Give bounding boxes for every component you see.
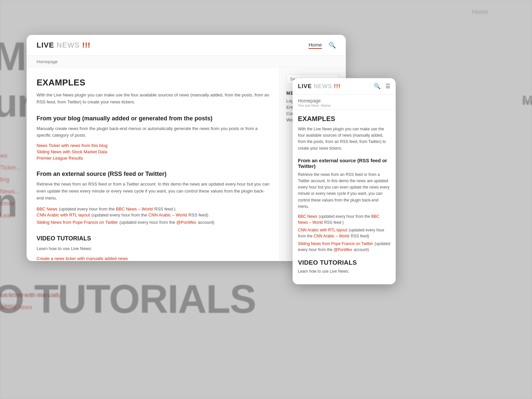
mobile-logo-exclaim: !!!	[332, 83, 341, 89]
main-header: LIVE NEWS !!! Home 🔍	[27, 35, 346, 56]
mobile-header: LIVE NEWS !!! 🔍 ☰	[293, 78, 396, 95]
mobile-window: LIVE NEWS !!! 🔍 ☰ Homepage You are here:…	[293, 78, 396, 284]
page-title: EXAMPLES	[37, 77, 269, 88]
bg-top-right: Home	[466, 0, 532, 13]
bbc-text: (updated every hour from the	[59, 206, 116, 211]
link-bbc[interactable]: BBC News	[37, 206, 58, 211]
link-pope-twitter[interactable]: Sliding News from Pope Francis on Twitte…	[37, 220, 118, 225]
mobile-cnn-item: CNN Arabic with RTL layout (updated ever…	[298, 227, 390, 239]
cnn-text: (updated every hour from the	[91, 212, 148, 217]
external-item-1: BBC News (updated every hour from the BB…	[37, 206, 269, 212]
link-sliding-stock[interactable]: Sliding News with Stock Market Data	[37, 149, 269, 154]
mobile-video-title: VIDEO TUTORIALS	[298, 259, 390, 266]
section-blog-desc: Manually create news from the plugin bac…	[37, 125, 269, 139]
mobile-link-pope[interactable]: Sliding News from Pope Francis on Twitte…	[298, 241, 373, 246]
bg-meta-search: Search	[522, 96, 532, 107]
main-content: EXAMPLES With the Live News plugin you c…	[27, 67, 279, 260]
mobile-cnn-after: RSS feed)	[351, 234, 369, 238]
bg-links-block: ws Ticker... ling News... emier Lea...	[0, 150, 25, 221]
bg-footer-text: Learn how to use Live News: ws ticker wi…	[0, 289, 66, 313]
mobile-breadcrumb-title: Homepage	[298, 98, 390, 103]
site-logo: LIVE NEWS !!!	[37, 41, 90, 50]
mobile-nav: 🔍 ☰	[374, 83, 390, 90]
logo-exclaim: !!!	[80, 41, 90, 49]
mobile-content: EXAMPLES With the Live News plugin you c…	[293, 110, 396, 283]
link-pontifex[interactable]: @Pontifex	[176, 220, 196, 225]
external-item-3: Sliding News from Pope Francis on Twitte…	[37, 219, 269, 225]
link-cnn-world[interactable]: CNN Arabic – World	[148, 212, 187, 217]
section-external-title: From an external source (RSS feed or Twi…	[37, 171, 269, 178]
mobile-breadcrumb-sub: You are here: Home	[298, 103, 390, 107]
main-nav: Home 🔍	[309, 42, 336, 49]
logo-live: LIVE	[37, 41, 54, 49]
bg-corner-text: Home	[472, 7, 488, 17]
section-blog: From your blog (manually added or genera…	[37, 115, 269, 161]
mobile-logo-live: LIVE	[298, 83, 312, 89]
mobile-menu-icon[interactable]: ☰	[385, 83, 390, 90]
mobile-search-icon[interactable]: 🔍	[374, 83, 381, 90]
mobile-link-bbc[interactable]: BBC News	[298, 214, 317, 219]
mobile-bbc-after: RSS feed )	[324, 220, 344, 225]
pope-text: (updated every hour from the	[119, 220, 176, 225]
mobile-bbc-item: BBC News (updated every hour from the BB…	[298, 213, 390, 225]
mobile-pope-after: account)	[353, 247, 369, 252]
search-icon[interactable]: 🔍	[329, 42, 336, 49]
mobile-bbc-text: (updated every hour from the	[319, 214, 371, 219]
mobile-section-external: From an external source (RSS feed or Twi…	[298, 158, 390, 252]
bg-red-link-1: ws Ticker...	[0, 150, 25, 174]
section-video: VIDEO TUTORIALS Learn how to use Live Ne…	[37, 235, 269, 260]
video-desc: Learn how to use Live News:	[37, 245, 269, 252]
mobile-logo-news: NEWS	[312, 83, 332, 89]
bg-red-link-3: emier Lea...	[0, 198, 25, 221]
bg-footer-desc: Learn how to use Live News:	[0, 289, 66, 311]
nav-home-link[interactable]: Home	[309, 42, 322, 49]
link-news-ticker-blog[interactable]: News Ticker with news from this blog	[37, 143, 269, 148]
pope-after: account)	[198, 220, 214, 225]
bbc-after: RSS feed )	[154, 206, 176, 211]
mobile-pope-item: Sliding News from Pope Francis on Twitte…	[298, 240, 390, 252]
mobile-section-external-desc: Retrieve the news from an RSS feed or fr…	[298, 172, 390, 210]
intro-text: With the Live News plugin you can make u…	[37, 92, 269, 106]
bg-red-link-2: ling News...	[0, 174, 25, 198]
mobile-link-pontifex[interactable]: @Pontifex	[333, 247, 352, 252]
mobile-page-title: EXAMPLES	[298, 115, 390, 123]
mobile-video-section: VIDEO TUTORIALS Learn how to use Live Ne…	[298, 259, 390, 274]
breadcrumb-bar: Homepage	[27, 56, 346, 67]
mobile-breadcrumb-bar: Homepage You are here: Home	[293, 95, 396, 110]
link-premier-league[interactable]: Premier League Results	[37, 156, 269, 161]
logo-news: NEWS	[54, 41, 80, 49]
link-cnn-arabic[interactable]: CNN Arabic with RTL layout	[37, 212, 90, 217]
link-bbc-world[interactable]: BBC News – World	[116, 206, 153, 211]
cnn-after: RSS feed)	[189, 212, 208, 217]
external-item-2: CNN Arabic with RTL layout (updated ever…	[37, 212, 269, 218]
mobile-link-cnn[interactable]: CNN Arabic with RTL layout	[298, 228, 347, 232]
section-external: From an external source (RSS feed or Twi…	[37, 171, 269, 225]
section-external-desc: Retrieve the news from an RSS feed or fr…	[37, 181, 269, 201]
section-blog-title: From your blog (manually added or genera…	[37, 115, 269, 122]
breadcrumb: Homepage	[37, 59, 58, 64]
mobile-logo: LIVE NEWS !!!	[298, 83, 340, 90]
video-title: VIDEO TUTORIALS	[37, 235, 269, 242]
mobile-link-cnn-world[interactable]: CNN Arabic – World	[314, 234, 349, 238]
mobile-section-external-title: From an external source (RSS feed or Twi…	[298, 158, 390, 169]
link-video-1[interactable]: Create a news ticker with manually added…	[37, 256, 269, 260]
mobile-intro: With the Live News plugin you can make u…	[298, 126, 390, 152]
mobile-video-desc: Learn how to use Live News:	[298, 269, 390, 274]
